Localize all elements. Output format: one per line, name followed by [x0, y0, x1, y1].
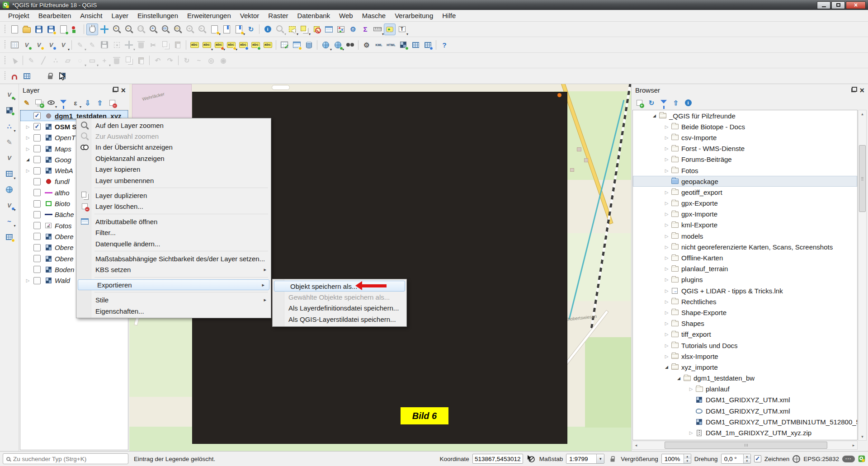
- menu-web[interactable]: Web: [335, 10, 358, 21]
- layer-checkbox[interactable]: [33, 233, 41, 240]
- messages-icon[interactable]: ···: [842, 456, 855, 462]
- project-new[interactable]: [9, 24, 20, 35]
- layer-checkbox[interactable]: [33, 200, 41, 207]
- menu-item-als-qgis-layerstildatei-speichern[interactable]: Als QGIS-Layerstildatei speichern...: [273, 314, 406, 325]
- attribute-grid-tool[interactable]: [4, 231, 15, 243]
- collapse-all-browser[interactable]: ⇧: [670, 97, 681, 108]
- qgis-tray-icon[interactable]: [858, 455, 865, 462]
- crs-globe-icon[interactable]: [793, 455, 800, 463]
- new-spatialite-layer[interactable]: [45, 39, 57, 51]
- expander-icon[interactable]: ▷: [663, 288, 670, 293]
- rotation-input[interactable]: [722, 454, 743, 463]
- pan-map[interactable]: [86, 24, 98, 35]
- show-sum[interactable]: Σ: [359, 24, 371, 35]
- project-save-as[interactable]: [45, 24, 57, 35]
- datasource-manager[interactable]: [9, 39, 20, 51]
- scale-input[interactable]: [566, 454, 596, 463]
- expander-icon[interactable]: ▷: [663, 190, 670, 195]
- browser-item-qgis-lidar-tipps-tricks-lnk[interactable]: ▷QGIS + LIDAR - tipps & Tricks.lnk: [633, 285, 857, 296]
- menu-hilfe[interactable]: Hilfe: [438, 10, 460, 21]
- expander-icon[interactable]: ▷: [663, 168, 670, 173]
- expander-icon[interactable]: ▷: [663, 146, 670, 151]
- expander-icon[interactable]: ▷: [663, 222, 670, 227]
- spin-up-icon[interactable]: ▴: [744, 454, 750, 459]
- layout-manager[interactable]: [57, 24, 69, 35]
- enable-properties-widget[interactable]: [683, 97, 693, 108]
- browser-panel-float-icon[interactable]: [851, 88, 856, 92]
- new-geopackage-layer[interactable]: [21, 39, 33, 51]
- menu-einstellungen[interactable]: Einstellungen: [133, 10, 183, 21]
- new-map-view[interactable]: ▾: [208, 24, 220, 35]
- change-label-properties[interactable]: [262, 39, 274, 51]
- layer-checkbox[interactable]: [33, 145, 41, 152]
- filter-by-expression[interactable]: ε▾: [70, 97, 81, 108]
- expander-icon[interactable]: ◢: [24, 157, 31, 162]
- remove-layer-group[interactable]: [107, 97, 118, 108]
- spin-down-icon[interactable]: ▾: [744, 459, 750, 463]
- metasearch-catalog[interactable]: ▾: [320, 39, 331, 51]
- measure[interactable]: ▾: [372, 24, 383, 35]
- open-layer-styling[interactable]: ✎: [21, 97, 32, 108]
- layer-labeling-options[interactable]: [189, 39, 200, 51]
- browser-item-qgis-f-r-pilzfreunde[interactable]: ◢_QGIS für Pilzfreunde: [633, 110, 857, 121]
- coordinate-input[interactable]: [472, 454, 523, 464]
- menu-masche[interactable]: Masche: [358, 10, 391, 21]
- move-label[interactable]: [237, 39, 249, 51]
- browser-panel-close-icon[interactable]: ×: [859, 86, 864, 94]
- project-open[interactable]: [21, 24, 33, 35]
- menu-item-exportieren[interactable]: Exportieren▸: [78, 279, 269, 290]
- magnifier-input[interactable]: [662, 454, 684, 463]
- spin-buttons[interactable]: ▴▾: [684, 454, 691, 463]
- scroll-up-icon[interactable]: ▴: [859, 110, 866, 118]
- menu-item-eigenschaften[interactable]: Eigenschaften...: [76, 306, 271, 316]
- search-box[interactable]: [3, 453, 128, 464]
- contour-tool[interactable]: ~▾: [4, 215, 15, 227]
- db-manager[interactable]: [303, 39, 315, 51]
- zoom-in[interactable]: +: [111, 24, 123, 35]
- vertical-scroll-thumb[interactable]: [859, 145, 866, 212]
- new-temporary-scratch-layer[interactable]: ▾: [57, 39, 69, 51]
- expander-icon[interactable]: ▷: [663, 255, 670, 260]
- browser-item-geopackage[interactable]: geopackage: [633, 176, 857, 187]
- expander-icon[interactable]: ▷: [663, 245, 670, 249]
- extent-tracking-icon[interactable]: [526, 454, 536, 464]
- browser-item-beide-biotope-docs[interactable]: ▷Beide Biotope - Docs: [633, 121, 857, 132]
- pin-unpin-labels[interactable]: ▾: [213, 39, 225, 51]
- vector-simplify-tool[interactable]: ▾: [4, 89, 15, 100]
- project-save[interactable]: [33, 24, 45, 35]
- interpolation-tool[interactable]: ∴▾: [4, 120, 15, 132]
- menu-item-datenquelle-ndern[interactable]: Datenquelle ändern...: [76, 238, 271, 249]
- spin-up-icon[interactable]: ▴: [684, 454, 691, 459]
- layer-checkbox[interactable]: [33, 244, 41, 251]
- help[interactable]: ?: [439, 39, 450, 51]
- kml-overlay[interactable]: KML: [373, 39, 385, 51]
- browser-item-xyz-importe[interactable]: ◢xyz_importe: [633, 362, 857, 372]
- minimize-button[interactable]: [817, 1, 830, 9]
- menu-projekt[interactable]: Projekt: [4, 10, 34, 21]
- identify-features[interactable]: [262, 24, 274, 35]
- layer-diagram-options[interactable]: ▾: [201, 39, 212, 51]
- menu-layer[interactable]: Layer: [107, 10, 133, 21]
- menu-item-in-der-bersicht-anzeigen[interactable]: In der Übersicht anzeigen: [76, 142, 271, 153]
- expander-icon[interactable]: ▷: [663, 212, 670, 217]
- expander-icon[interactable]: ▷: [663, 266, 670, 271]
- browser-item-nicht-georeferenzierte-karten-scans-screenshots[interactable]: ▷nicht georeferenzierte Karten, Scans, S…: [633, 241, 857, 252]
- add-xyz-tiles[interactable]: [397, 39, 409, 51]
- browser-item-dgm1-testdaten-bw[interactable]: ◢dgm1_testdaten_bw: [633, 373, 857, 384]
- collapse-all[interactable]: ⇧: [94, 97, 105, 108]
- grid-tool[interactable]: [410, 39, 421, 51]
- expander-icon[interactable]: ▷: [663, 277, 670, 282]
- browser-item-tutorials-und-docs[interactable]: ▷Tutorials und Docs: [633, 340, 857, 351]
- browser-item-dgm1-gridxyz-utm-xml[interactable]: DGM1_GRIDXYZ_UTM.xml: [633, 395, 857, 405]
- layer-checkbox[interactable]: [33, 222, 41, 229]
- scale-combo[interactable]: ▾: [566, 454, 604, 464]
- layer-checkbox[interactable]: ✓: [33, 112, 41, 119]
- browser-item-gpx-exporte[interactable]: ▷gpx-Exporte: [633, 198, 857, 209]
- layer-checkbox[interactable]: [33, 189, 41, 196]
- expander-icon[interactable]: ◢: [651, 113, 658, 118]
- browser-item-plugins[interactable]: ▷plugins: [633, 274, 857, 285]
- tracing-grid[interactable]: [21, 70, 33, 82]
- refresh-browser[interactable]: ↻: [646, 97, 657, 108]
- zoom-to-layer[interactable]: ▭: [160, 24, 171, 35]
- manage-map-themes[interactable]: ▾: [46, 97, 57, 108]
